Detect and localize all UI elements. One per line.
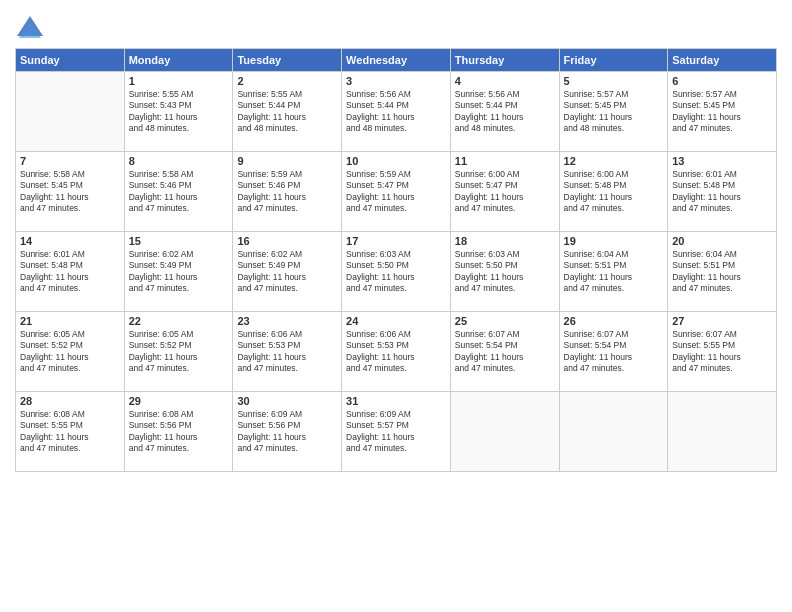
day-number: 4 <box>455 75 555 87</box>
day-info: Sunrise: 6:03 AM Sunset: 5:50 PM Dayligh… <box>346 249 446 295</box>
calendar-cell: 3Sunrise: 5:56 AM Sunset: 5:44 PM Daylig… <box>342 72 451 152</box>
day-info: Sunrise: 5:55 AM Sunset: 5:43 PM Dayligh… <box>129 89 229 135</box>
day-info: Sunrise: 6:09 AM Sunset: 5:57 PM Dayligh… <box>346 409 446 455</box>
day-number: 28 <box>20 395 120 407</box>
calendar-cell: 12Sunrise: 6:00 AM Sunset: 5:48 PM Dayli… <box>559 152 668 232</box>
calendar-cell: 2Sunrise: 5:55 AM Sunset: 5:44 PM Daylig… <box>233 72 342 152</box>
day-number: 14 <box>20 235 120 247</box>
day-number: 26 <box>564 315 664 327</box>
calendar-cell <box>16 72 125 152</box>
day-info: Sunrise: 6:00 AM Sunset: 5:48 PM Dayligh… <box>564 169 664 215</box>
calendar-cell: 25Sunrise: 6:07 AM Sunset: 5:54 PM Dayli… <box>450 312 559 392</box>
calendar-cell: 18Sunrise: 6:03 AM Sunset: 5:50 PM Dayli… <box>450 232 559 312</box>
calendar-cell <box>559 392 668 472</box>
day-info: Sunrise: 6:02 AM Sunset: 5:49 PM Dayligh… <box>237 249 337 295</box>
day-number: 5 <box>564 75 664 87</box>
calendar-cell: 4Sunrise: 5:56 AM Sunset: 5:44 PM Daylig… <box>450 72 559 152</box>
day-info: Sunrise: 6:07 AM Sunset: 5:55 PM Dayligh… <box>672 329 772 375</box>
day-info: Sunrise: 6:08 AM Sunset: 5:56 PM Dayligh… <box>129 409 229 455</box>
day-info: Sunrise: 6:05 AM Sunset: 5:52 PM Dayligh… <box>129 329 229 375</box>
day-number: 15 <box>129 235 229 247</box>
calendar-page: SundayMondayTuesdayWednesdayThursdayFrid… <box>0 0 792 612</box>
day-info: Sunrise: 6:07 AM Sunset: 5:54 PM Dayligh… <box>564 329 664 375</box>
day-info: Sunrise: 5:59 AM Sunset: 5:47 PM Dayligh… <box>346 169 446 215</box>
calendar-cell: 13Sunrise: 6:01 AM Sunset: 5:48 PM Dayli… <box>668 152 777 232</box>
day-number: 7 <box>20 155 120 167</box>
day-info: Sunrise: 5:59 AM Sunset: 5:46 PM Dayligh… <box>237 169 337 215</box>
col-header-tuesday: Tuesday <box>233 49 342 72</box>
day-info: Sunrise: 6:03 AM Sunset: 5:50 PM Dayligh… <box>455 249 555 295</box>
day-info: Sunrise: 6:07 AM Sunset: 5:54 PM Dayligh… <box>455 329 555 375</box>
calendar-cell: 28Sunrise: 6:08 AM Sunset: 5:55 PM Dayli… <box>16 392 125 472</box>
calendar-cell: 27Sunrise: 6:07 AM Sunset: 5:55 PM Dayli… <box>668 312 777 392</box>
day-info: Sunrise: 5:58 AM Sunset: 5:45 PM Dayligh… <box>20 169 120 215</box>
calendar-cell: 16Sunrise: 6:02 AM Sunset: 5:49 PM Dayli… <box>233 232 342 312</box>
col-header-friday: Friday <box>559 49 668 72</box>
day-number: 19 <box>564 235 664 247</box>
day-number: 8 <box>129 155 229 167</box>
day-info: Sunrise: 6:04 AM Sunset: 5:51 PM Dayligh… <box>672 249 772 295</box>
day-number: 23 <box>237 315 337 327</box>
calendar-cell: 26Sunrise: 6:07 AM Sunset: 5:54 PM Dayli… <box>559 312 668 392</box>
day-info: Sunrise: 6:02 AM Sunset: 5:49 PM Dayligh… <box>129 249 229 295</box>
calendar-cell: 29Sunrise: 6:08 AM Sunset: 5:56 PM Dayli… <box>124 392 233 472</box>
calendar-cell: 23Sunrise: 6:06 AM Sunset: 5:53 PM Dayli… <box>233 312 342 392</box>
week-row-4: 21Sunrise: 6:05 AM Sunset: 5:52 PM Dayli… <box>16 312 777 392</box>
calendar-cell: 7Sunrise: 5:58 AM Sunset: 5:45 PM Daylig… <box>16 152 125 232</box>
day-info: Sunrise: 6:01 AM Sunset: 5:48 PM Dayligh… <box>672 169 772 215</box>
day-number: 1 <box>129 75 229 87</box>
calendar-cell: 1Sunrise: 5:55 AM Sunset: 5:43 PM Daylig… <box>124 72 233 152</box>
week-row-3: 14Sunrise: 6:01 AM Sunset: 5:48 PM Dayli… <box>16 232 777 312</box>
day-info: Sunrise: 5:56 AM Sunset: 5:44 PM Dayligh… <box>455 89 555 135</box>
week-row-2: 7Sunrise: 5:58 AM Sunset: 5:45 PM Daylig… <box>16 152 777 232</box>
calendar-cell: 6Sunrise: 5:57 AM Sunset: 5:45 PM Daylig… <box>668 72 777 152</box>
col-header-monday: Monday <box>124 49 233 72</box>
day-info: Sunrise: 6:05 AM Sunset: 5:52 PM Dayligh… <box>20 329 120 375</box>
header-row: SundayMondayTuesdayWednesdayThursdayFrid… <box>16 49 777 72</box>
day-number: 29 <box>129 395 229 407</box>
col-header-wednesday: Wednesday <box>342 49 451 72</box>
calendar-cell: 11Sunrise: 6:00 AM Sunset: 5:47 PM Dayli… <box>450 152 559 232</box>
calendar-cell: 15Sunrise: 6:02 AM Sunset: 5:49 PM Dayli… <box>124 232 233 312</box>
day-number: 13 <box>672 155 772 167</box>
day-info: Sunrise: 6:06 AM Sunset: 5:53 PM Dayligh… <box>237 329 337 375</box>
calendar-cell: 24Sunrise: 6:06 AM Sunset: 5:53 PM Dayli… <box>342 312 451 392</box>
day-info: Sunrise: 5:55 AM Sunset: 5:44 PM Dayligh… <box>237 89 337 135</box>
col-header-thursday: Thursday <box>450 49 559 72</box>
day-info: Sunrise: 5:57 AM Sunset: 5:45 PM Dayligh… <box>672 89 772 135</box>
day-info: Sunrise: 6:09 AM Sunset: 5:56 PM Dayligh… <box>237 409 337 455</box>
calendar-cell: 5Sunrise: 5:57 AM Sunset: 5:45 PM Daylig… <box>559 72 668 152</box>
calendar-cell: 10Sunrise: 5:59 AM Sunset: 5:47 PM Dayli… <box>342 152 451 232</box>
day-number: 27 <box>672 315 772 327</box>
day-number: 2 <box>237 75 337 87</box>
day-number: 24 <box>346 315 446 327</box>
header <box>15 10 777 44</box>
calendar-cell: 17Sunrise: 6:03 AM Sunset: 5:50 PM Dayli… <box>342 232 451 312</box>
day-info: Sunrise: 6:08 AM Sunset: 5:55 PM Dayligh… <box>20 409 120 455</box>
calendar-cell: 20Sunrise: 6:04 AM Sunset: 5:51 PM Dayli… <box>668 232 777 312</box>
day-number: 30 <box>237 395 337 407</box>
day-number: 31 <box>346 395 446 407</box>
day-number: 3 <box>346 75 446 87</box>
calendar-cell: 8Sunrise: 5:58 AM Sunset: 5:46 PM Daylig… <box>124 152 233 232</box>
day-number: 9 <box>237 155 337 167</box>
week-row-1: 1Sunrise: 5:55 AM Sunset: 5:43 PM Daylig… <box>16 72 777 152</box>
day-number: 20 <box>672 235 772 247</box>
calendar-cell: 21Sunrise: 6:05 AM Sunset: 5:52 PM Dayli… <box>16 312 125 392</box>
logo <box>15 14 49 44</box>
day-number: 18 <box>455 235 555 247</box>
day-info: Sunrise: 5:58 AM Sunset: 5:46 PM Dayligh… <box>129 169 229 215</box>
calendar-table: SundayMondayTuesdayWednesdayThursdayFrid… <box>15 48 777 472</box>
calendar-cell: 9Sunrise: 5:59 AM Sunset: 5:46 PM Daylig… <box>233 152 342 232</box>
calendar-cell <box>450 392 559 472</box>
logo-icon <box>15 14 45 44</box>
day-info: Sunrise: 6:06 AM Sunset: 5:53 PM Dayligh… <box>346 329 446 375</box>
calendar-cell <box>668 392 777 472</box>
calendar-cell: 14Sunrise: 6:01 AM Sunset: 5:48 PM Dayli… <box>16 232 125 312</box>
day-number: 10 <box>346 155 446 167</box>
day-number: 12 <box>564 155 664 167</box>
col-header-saturday: Saturday <box>668 49 777 72</box>
calendar-cell: 30Sunrise: 6:09 AM Sunset: 5:56 PM Dayli… <box>233 392 342 472</box>
day-number: 17 <box>346 235 446 247</box>
day-info: Sunrise: 6:04 AM Sunset: 5:51 PM Dayligh… <box>564 249 664 295</box>
